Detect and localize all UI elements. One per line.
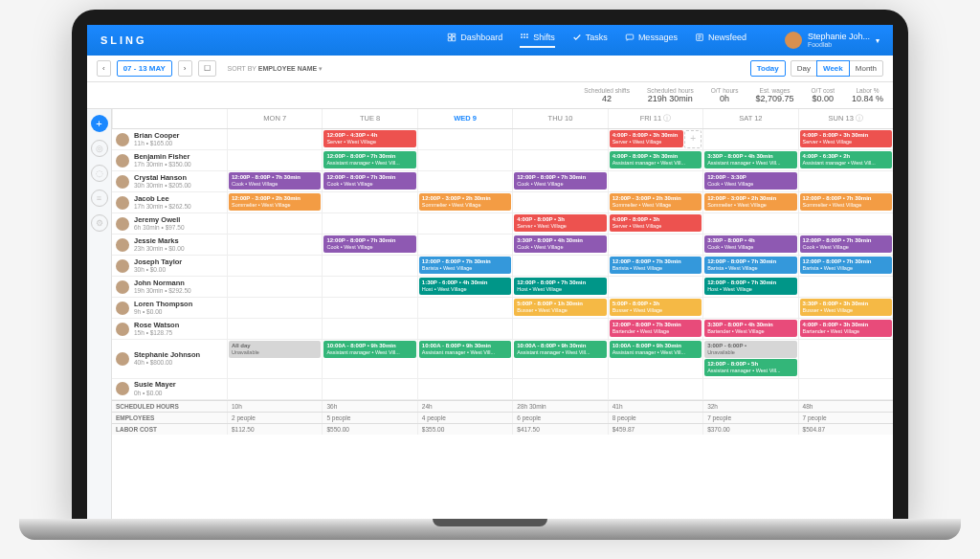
date-range-button[interactable]: 07 - 13 MAY xyxy=(117,60,172,77)
shift-cell[interactable]: 3:30P - 8:00P • 4h 30minBartender • West… xyxy=(702,319,797,339)
shift-cell[interactable] xyxy=(417,319,512,339)
employee-cell[interactable]: Susie Mayer0h • $0.00 xyxy=(112,379,227,399)
day-header[interactable]: MON 7 xyxy=(227,109,322,128)
shift-cell[interactable]: 10:00A - 8:00P • 9h 30minAssistant manag… xyxy=(512,340,607,378)
shift-cell[interactable]: 12:00P - 8:00P • 7h 30minSommelier • Wes… xyxy=(798,192,893,212)
shift-cell[interactable]: 12:00P - 8:00P • 7h 30minCook • West Vil… xyxy=(322,235,416,255)
shift-cell[interactable] xyxy=(417,298,512,318)
shift-cell[interactable] xyxy=(512,379,607,399)
shift-chip[interactable]: 5:00P - 8:00P • 1h 30minBusser • West Vi… xyxy=(514,299,606,316)
shift-cell[interactable]: 3:30P - 8:00P • 4h 30minAssistant manage… xyxy=(702,150,797,170)
shift-chip[interactable]: 12:00P - 3:00P • 2h 30minSommelier • Wes… xyxy=(229,193,321,211)
shift-chip[interactable]: 10:00A - 8:00P • 9h 30minAssistant manag… xyxy=(610,341,702,358)
shift-chip[interactable]: 4:00P - 8:00P • 3h 30minServer • West Vi… xyxy=(800,130,892,147)
shift-cell[interactable] xyxy=(608,235,702,255)
shift-cell[interactable]: 4:00P - 8:00P • 3h 30minServer • West Vi… xyxy=(608,129,702,149)
shift-cell[interactable]: 10:00A - 8:00P • 9h 30minAssistant manag… xyxy=(417,340,512,378)
shift-cell[interactable]: 12:00P - 3:00P • 2h 30minSommelier • Wes… xyxy=(702,192,797,212)
day-header[interactable]: TUE 8 xyxy=(322,109,416,128)
shift-cell[interactable] xyxy=(322,379,416,399)
prev-week-button[interactable]: ‹ xyxy=(97,60,111,77)
shift-cell[interactable] xyxy=(417,379,512,399)
employee-cell[interactable]: Jeremy Owell6h 30min • $97.50 xyxy=(112,213,227,234)
shift-cell[interactable] xyxy=(417,213,512,234)
shift-chip[interactable]: 12:00P - 8:00P • 7h 30minBarista • West … xyxy=(610,257,702,274)
shift-cell[interactable] xyxy=(227,277,322,297)
day-header[interactable]: WED 9 xyxy=(417,109,512,128)
shift-chip[interactable]: 4:00P - 8:00P • 3h 30minServer • West Vi… xyxy=(610,130,683,147)
shift-chip[interactable]: 12:00P - 8:00P • 7h 30minCook • West Vil… xyxy=(323,172,415,190)
shift-cell[interactable]: 12:00P - 8:00P • 7h 30minBarista • West … xyxy=(608,256,702,276)
shift-cell[interactable]: 4:00P - 8:00P • 3h 30minAssistant manage… xyxy=(608,150,702,170)
sort-control[interactable]: SORT BY EMPLOYEE NAME ▾ xyxy=(228,65,323,73)
shift-cell[interactable] xyxy=(608,171,702,191)
calendar-button[interactable]: ☐ xyxy=(198,60,216,77)
employee-cell[interactable]: John Normann19h 30min • $292.50 xyxy=(112,277,227,297)
employee-cell[interactable]: Crystal Hanson30h 30min • $205.00 xyxy=(112,171,227,191)
shift-chip[interactable]: 4:00P - 6:30P • 2hAssistant manager • We… xyxy=(800,151,892,168)
shift-chip[interactable]: 1:30P - 6:00P • 4h 30minHost • West Vill… xyxy=(419,278,511,295)
today-button[interactable]: Today xyxy=(750,60,786,77)
shift-cell[interactable] xyxy=(798,277,893,297)
shift-cell[interactable] xyxy=(417,171,512,191)
shift-cell[interactable] xyxy=(227,129,322,149)
user-menu[interactable]: Stephanie Joh... Foodlab ▾ xyxy=(785,32,880,49)
shift-cell[interactable]: 4:00P - 8:00P • 3hServer • West Village xyxy=(512,213,607,234)
nav-tasks[interactable]: Tasks xyxy=(572,33,608,48)
shift-cell[interactable]: 12:00P - 8:00P • 7h 30minHost • West Vil… xyxy=(512,277,607,297)
shift-cell[interactable]: 3:00P - 6:00P •Unavailable12:00P - 8:00P… xyxy=(702,340,797,378)
shift-cell[interactable]: 12:00P - 8:00P • 7h 30minHost • West Vil… xyxy=(702,277,797,297)
shift-chip[interactable]: 12:00P - 8:00P • 7h 30minCook • West Vil… xyxy=(323,235,415,253)
nav-newsfeed[interactable]: Newsfeed xyxy=(695,33,746,48)
shift-cell[interactable] xyxy=(227,235,322,255)
shift-cell[interactable]: 1:30P - 6:00P • 4h 30minHost • West Vill… xyxy=(417,277,512,297)
shift-cell[interactable]: 12:00P - 8:00P • 7h 30minBarista • West … xyxy=(798,256,893,276)
week-view-button[interactable]: Week xyxy=(816,60,850,77)
shift-chip[interactable]: 12:00P - 8:00P • 7h 30minCook • West Vil… xyxy=(229,172,321,190)
shift-cell[interactable] xyxy=(322,192,416,212)
shift-chip[interactable]: 3:30P - 8:00P • 4h 30minBartender • West… xyxy=(704,320,796,337)
employee-cell[interactable]: Jessie Marks23h 30min • $0.00 xyxy=(112,235,227,255)
day-header[interactable]: FRI 11 ⓘ xyxy=(608,109,702,128)
shift-cell[interactable] xyxy=(702,213,797,234)
day-header[interactable]: THU 10 xyxy=(512,109,607,128)
rail-location-button[interactable]: ◎ xyxy=(91,140,108,157)
shift-chip[interactable]: 4:00P - 8:00P • 3hServer • West Village xyxy=(610,214,702,232)
shift-cell[interactable]: 12:00P - 8:00P • 7h 30minCook • West Vil… xyxy=(322,171,416,191)
shift-cell[interactable] xyxy=(322,298,416,318)
shift-cell[interactable]: 12:00P - 8:00P • 7h 30minCook • West Vil… xyxy=(512,171,607,191)
shift-cell[interactable] xyxy=(417,129,512,149)
shift-chip[interactable]: 12:00P - 8:00P • 7h 30minBartender • Wes… xyxy=(610,320,702,337)
shift-chip[interactable]: 12:00P - 8:00P • 7h 30minCook • West Vil… xyxy=(514,172,606,190)
shift-chip[interactable]: 4:00P - 8:00P • 3h 30minBartender • West… xyxy=(800,320,892,337)
shift-cell[interactable] xyxy=(417,150,512,170)
shift-cell[interactable] xyxy=(322,277,416,297)
shift-cell[interactable] xyxy=(608,277,702,297)
shift-chip[interactable]: 12:00P - 8:00P • 7h 30minBarista • West … xyxy=(419,257,511,274)
rail-list-button[interactable]: ≡ xyxy=(91,190,108,207)
employee-cell[interactable]: Rose Watson15h • $128.75 xyxy=(112,319,227,339)
shift-chip[interactable]: 10:00A - 8:00P • 9h 30minAssistant manag… xyxy=(419,341,511,358)
shift-cell[interactable]: 12:00P - 8:00P • 7h 30minAssistant manag… xyxy=(322,150,416,170)
shift-cell[interactable]: 3:30P - 8:00P • 3h 30minBusser • West Vi… xyxy=(798,298,893,318)
employee-cell[interactable]: Jacob Lee17h 30min • $262.50 xyxy=(112,192,227,212)
shift-cell[interactable] xyxy=(512,192,607,212)
shift-chip[interactable]: 12:00P - 8:00P • 7h 30minCook • West Vil… xyxy=(800,235,892,253)
month-view-button[interactable]: Month xyxy=(849,60,883,77)
shift-cell[interactable]: 12:00P - 8:00P • 7h 30minBarista • West … xyxy=(702,256,797,276)
shift-cell[interactable] xyxy=(798,379,893,399)
shift-cell[interactable]: 5:00P - 8:00P • 1h 30minBusser • West Vi… xyxy=(512,298,607,318)
shift-chip[interactable]: 12:00P - 8:00P • 5hAssistant manager • W… xyxy=(704,359,796,376)
employee-cell[interactable]: Stephanie Johnson40h • $800.00 xyxy=(112,340,227,378)
shift-chip[interactable]: All dayUnavailable xyxy=(229,341,321,358)
shift-cell[interactable] xyxy=(322,256,416,276)
add-shift-inline-button[interactable]: + xyxy=(684,130,702,148)
shift-cell[interactable] xyxy=(227,379,322,399)
shift-cell[interactable] xyxy=(512,150,607,170)
shift-cell[interactable] xyxy=(798,340,893,378)
employee-cell[interactable]: Joseph Taylor30h • $0.00 xyxy=(112,256,227,276)
shift-chip[interactable]: 3:30P - 8:00P • 4h 30minAssistant manage… xyxy=(704,151,796,168)
employee-cell[interactable]: Loren Thompson9h • $0.00 xyxy=(112,298,227,318)
rail-user-button[interactable]: ◌ xyxy=(91,165,108,182)
shift-chip[interactable]: 12:00P - 8:00P • 7h 30minBarista • West … xyxy=(704,257,796,274)
